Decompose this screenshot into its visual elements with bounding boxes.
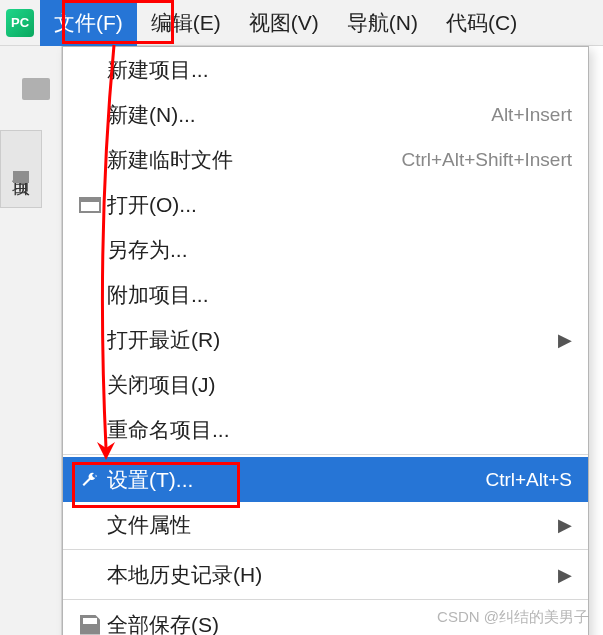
menubar: PC 文件(F) 编辑(E) 视图(V) 导航(N) 代码(C) [0,0,603,46]
menuitem-new-scratch-file[interactable]: 新建临时文件 Ctrl+Alt+Shift+Insert [63,137,588,182]
menuitem-rename-project[interactable]: 重命名项目... [63,407,588,452]
menuitem-open[interactable]: 打开(O)... [63,182,588,227]
menuitem-label: 新建(N)... [107,101,491,129]
menu-edit[interactable]: 编辑(E) [137,0,235,46]
menuitem-label: 文件属性 [107,511,558,539]
menuitem-label: 本地历史记录(H) [107,561,558,589]
menu-navigate[interactable]: 导航(N) [333,0,432,46]
menuitem-new[interactable]: 新建(N)... Alt+Insert [63,92,588,137]
menuitem-label: 附加项目... [107,281,572,309]
watermark: CSDN @纠结的美男子 [437,608,589,627]
pycharm-logo-icon: PC [6,9,34,37]
file-menu-dropdown: 新建项目... 新建(N)... Alt+Insert 新建临时文件 Ctrl+… [62,46,589,635]
app-icon: PC [0,0,40,46]
chevron-right-icon: ▶ [558,564,572,586]
menu-file-label: 文件(F) [54,11,123,34]
menu-separator [63,454,588,455]
menu-file[interactable]: 文件(F) [40,0,137,46]
menuitem-label: 打开(O)... [107,191,572,219]
menuitem-shortcut: Ctrl+Alt+S [485,469,572,491]
menuitem-save-as[interactable]: 另存为... [63,227,588,272]
save-icon [73,615,107,635]
menu-separator [63,599,588,600]
menu-edit-label: 编辑(E) [151,11,221,34]
menuitem-close-project[interactable]: 关闭项目(J) [63,362,588,407]
menuitem-label: 打开最近(R) [107,326,558,354]
menuitem-label: 新建临时文件 [107,146,401,174]
menuitem-label: 关闭项目(J) [107,371,572,399]
menu-code[interactable]: 代码(C) [432,0,531,46]
menuitem-shortcut: Alt+Insert [491,104,572,126]
menuitem-label: 设置(T)... [107,466,485,494]
menuitem-label: 新建项目... [107,56,572,84]
chevron-right-icon: ▶ [558,514,572,536]
menu-view-label: 视图(V) [249,11,319,34]
open-folder-icon [73,197,107,213]
folder-icon [13,171,29,183]
menuitem-label: 另存为... [107,236,572,264]
wrench-icon [73,470,107,490]
chevron-right-icon: ▶ [558,329,572,351]
menuitem-label: 重命名项目... [107,416,572,444]
menu-navigate-label: 导航(N) [347,11,418,34]
menuitem-shortcut: Ctrl+Alt+Shift+Insert [401,149,572,171]
menuitem-local-history[interactable]: 本地历史记录(H) ▶ [63,552,588,597]
menuitem-attach-project[interactable]: 附加项目... [63,272,588,317]
menuitem-new-project[interactable]: 新建项目... [63,47,588,92]
menu-view[interactable]: 视图(V) [235,0,333,46]
project-folder-icon [22,78,50,100]
sidebar-tab-project[interactable]: 项目 [0,130,42,208]
menu-separator [63,549,588,550]
menuitem-file-properties[interactable]: 文件属性 ▶ [63,502,588,547]
menuitem-open-recent[interactable]: 打开最近(R) ▶ [63,317,588,362]
menu-code-label: 代码(C) [446,11,517,34]
menuitem-settings[interactable]: 设置(T)... Ctrl+Alt+S [63,457,588,502]
